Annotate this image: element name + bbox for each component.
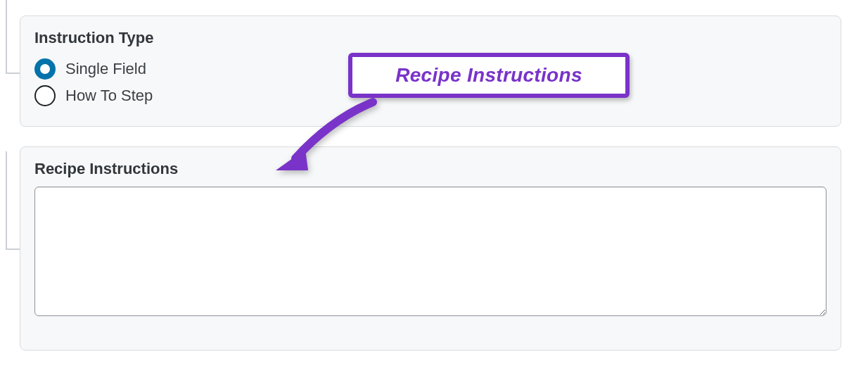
annotation-callout: Recipe Instructions <box>348 53 630 98</box>
radio-label: Single Field <box>65 60 146 78</box>
recipe-instructions-textarea[interactable] <box>34 187 826 316</box>
tree-connector-line <box>6 73 20 74</box>
tree-connector-line <box>6 249 20 250</box>
tree-connector-line <box>6 151 7 250</box>
radio-checked-icon <box>34 58 56 80</box>
instruction-type-title: Instruction Type <box>34 29 826 47</box>
recipe-instructions-title: Recipe Instructions <box>34 160 826 178</box>
radio-unchecked-icon <box>34 85 56 106</box>
radio-label: How To Step <box>65 87 153 105</box>
tree-connector-line <box>6 0 7 74</box>
recipe-instructions-panel: Recipe Instructions <box>20 146 841 351</box>
page-root: Instruction Type Single Field How To Ste… <box>0 0 868 383</box>
annotation-callout-text: Recipe Instructions <box>395 64 582 87</box>
